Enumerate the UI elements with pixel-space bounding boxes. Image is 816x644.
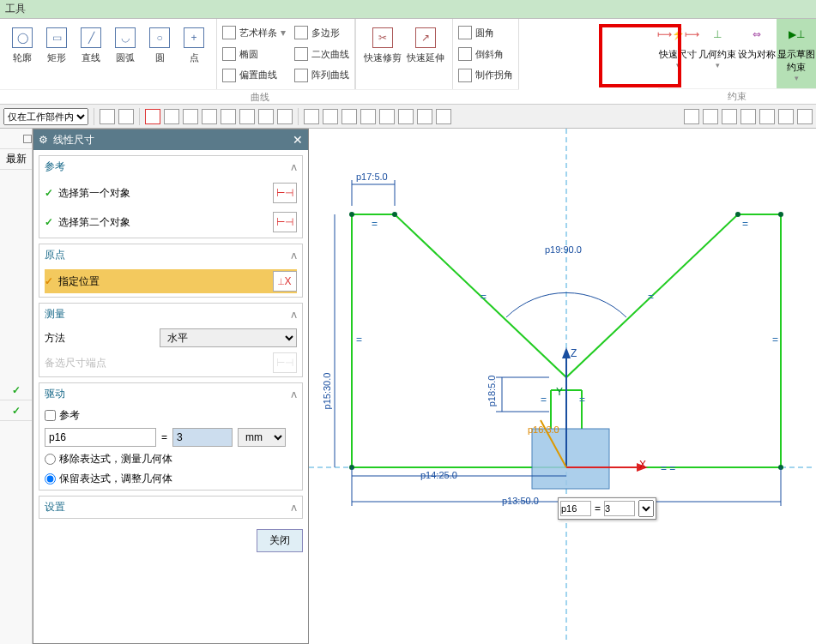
float-eq: = xyxy=(595,503,601,515)
tb-icon[interactable] xyxy=(740,109,756,124)
unit-select[interactable]: mm xyxy=(238,428,286,447)
dialog-titlebar[interactable]: ⚙ 线性尺寸 ✕ xyxy=(33,129,308,150)
tb-icon[interactable] xyxy=(417,109,432,124)
dim-p18[interactable]: p18:5.0 xyxy=(487,376,497,407)
section-origin-header[interactable]: 原点ʌ xyxy=(39,244,302,266)
tb-icon[interactable] xyxy=(145,109,160,124)
tb-icon[interactable] xyxy=(398,109,414,124)
tb-icon[interactable] xyxy=(797,109,813,124)
tb-icon[interactable] xyxy=(100,109,115,124)
tb-icon[interactable] xyxy=(258,109,274,124)
dialog-title-text: 线性尺寸 xyxy=(53,133,94,147)
dim-p17[interactable]: p17:5.0 xyxy=(356,172,388,182)
select-second-object-label: 选择第二个对象 xyxy=(58,215,130,230)
select-first-object-label: 选择第一个对象 xyxy=(58,186,130,201)
quick-extend-button[interactable]: ↗快速延伸 xyxy=(404,22,447,86)
quick-trim-button[interactable]: ✂快速修剪 xyxy=(361,22,404,86)
specify-location-label: 指定位置 xyxy=(58,274,100,289)
ribbon-group-curves-label: 曲线 xyxy=(0,89,519,104)
equals-label: = xyxy=(161,431,167,443)
specify-location-button[interactable]: ⟂X xyxy=(273,271,297,292)
title-text: 工具 xyxy=(5,2,26,16)
section-measure-header[interactable]: 测量ʌ xyxy=(39,304,302,325)
geometric-constraint-button[interactable]: ⊥几何约束▾ xyxy=(698,19,737,88)
svg-marker-7 xyxy=(562,347,571,358)
keep-expr-radio[interactable] xyxy=(45,473,56,485)
show-sketch-constraints-button[interactable]: ▶⊥显示草图约束▾ xyxy=(777,19,816,88)
tb-icon[interactable] xyxy=(379,109,395,124)
dim-p13[interactable]: p13:50.0 xyxy=(502,496,539,506)
dim-p15[interactable]: p15:30.0 xyxy=(322,373,332,410)
ribbon: ◯轮廓 ▭矩形 ╱直线 ◡圆弧 ○圆 +点 艺术样条▾ 椭圆 偏置曲线 多边形 … xyxy=(0,19,816,105)
dim-p19[interactable]: p19:90.0 xyxy=(545,244,582,255)
tb-icon[interactable] xyxy=(436,109,451,124)
tb-icon[interactable] xyxy=(778,109,794,124)
x-axis-label: X xyxy=(639,459,646,471)
expr-name-input[interactable] xyxy=(45,428,156,447)
offset-curve-button[interactable]: 偏置曲线 xyxy=(222,64,286,86)
spline-button[interactable]: 艺术样条▾ xyxy=(222,22,286,44)
tb-icon[interactable] xyxy=(164,109,179,124)
chamfer-button[interactable]: 倒斜角 xyxy=(458,44,513,65)
tb-icon[interactable] xyxy=(722,109,737,124)
svg-rect-5 xyxy=(532,429,609,489)
tb-icon[interactable] xyxy=(183,109,198,124)
tb-icon[interactable] xyxy=(684,109,699,124)
scope-select[interactable]: 仅在工作部件内 xyxy=(3,108,88,125)
method-label: 方法 xyxy=(45,331,65,346)
svg-text:=: = xyxy=(772,334,778,346)
reference-checkbox[interactable] xyxy=(45,410,56,421)
tb-icon[interactable] xyxy=(703,109,718,124)
section-reference-header[interactable]: 参考ʌ xyxy=(39,156,302,178)
method-select[interactable]: 水平 xyxy=(160,328,297,347)
svg-point-13 xyxy=(392,212,397,217)
floating-dimension-input[interactable]: = xyxy=(558,497,656,520)
tb-icon[interactable] xyxy=(323,109,338,124)
section-settings-header[interactable]: 设置ʌ xyxy=(39,497,302,518)
arc-button[interactable]: ◡圆弧 xyxy=(108,22,142,86)
tb-icon[interactable] xyxy=(277,109,293,124)
tb-icon[interactable] xyxy=(239,109,255,124)
section-drive-header[interactable]: 驱动ʌ xyxy=(39,383,302,405)
svg-point-12 xyxy=(349,212,354,217)
make-symmetric-button[interactable]: ⇔设为对称 xyxy=(737,19,777,88)
rectangle-button[interactable]: ▭矩形 xyxy=(39,22,74,86)
fillet-button[interactable]: 圆角 xyxy=(458,22,513,44)
close-icon[interactable]: ✕ xyxy=(293,133,303,147)
circle-button[interactable]: ○圆 xyxy=(142,22,177,86)
select-second-object-button[interactable]: ⊢⊣ xyxy=(273,212,297,232)
svg-text:= =: = = xyxy=(661,462,675,474)
line-button[interactable]: ╱直线 xyxy=(74,22,108,86)
rapid-dimension-button[interactable]: ⟼⚡⟼快速尺寸▾ xyxy=(658,19,698,88)
rail-tab-blank[interactable] xyxy=(0,129,32,149)
float-name-input[interactable] xyxy=(560,501,591,516)
point-button[interactable]: +点 xyxy=(177,22,211,86)
remove-expr-label: 移除表达式，测量几何体 xyxy=(59,452,172,466)
tb-icon[interactable] xyxy=(759,109,775,124)
float-unit-select[interactable] xyxy=(638,500,654,517)
tb-icon[interactable] xyxy=(342,109,357,124)
dim-p16[interactable]: p16:3.0 xyxy=(528,424,559,435)
tb-icon[interactable] xyxy=(202,109,217,124)
tb-icon[interactable] xyxy=(221,109,236,124)
conic-button[interactable]: 二次曲线 xyxy=(294,44,349,65)
tb-icon[interactable] xyxy=(304,109,319,124)
svg-text:=: = xyxy=(579,394,585,406)
profile-button[interactable]: ◯轮廓 xyxy=(5,22,39,86)
float-value-input[interactable] xyxy=(604,501,635,516)
rail-tab-recent[interactable]: 最新 xyxy=(0,149,32,170)
close-button[interactable]: 关闭 xyxy=(257,529,303,552)
tb-icon[interactable] xyxy=(360,109,376,124)
pattern-curve-button[interactable]: 阵列曲线 xyxy=(294,64,349,86)
expr-value-input[interactable] xyxy=(172,428,233,447)
remove-expr-radio[interactable] xyxy=(45,454,56,465)
tb-icon[interactable] xyxy=(118,109,134,124)
dim-p14[interactable]: p14:25.0 xyxy=(420,470,457,480)
sketch-canvas[interactable]: = = = = = = = = = = p17:5.0 p19:90.0 p18… xyxy=(309,129,816,644)
section-drive: 驱动ʌ 参考 = mm 移除表达式，测量几何体 xyxy=(39,382,303,491)
make-corner-button[interactable]: 制作拐角 xyxy=(458,64,513,86)
polygon-button[interactable]: 多边形 xyxy=(294,22,349,44)
z-axis-label: Z xyxy=(571,347,577,359)
ellipse-button[interactable]: 椭圆 xyxy=(222,44,286,65)
select-first-object-button[interactable]: ⊢⊣ xyxy=(273,183,297,203)
